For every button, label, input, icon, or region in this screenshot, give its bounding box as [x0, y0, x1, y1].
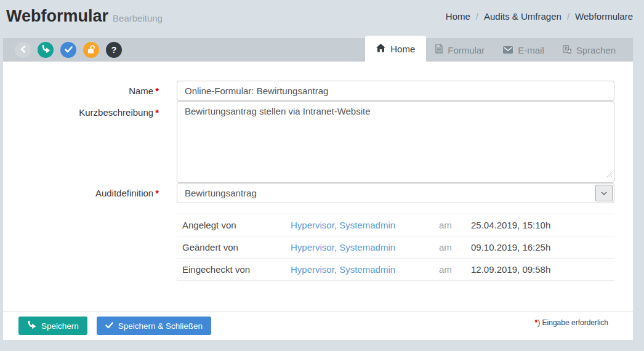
name-label: Name* [3, 86, 159, 96]
envelope-icon [503, 45, 513, 55]
tab-sprachen[interactable]: Sprachen [553, 38, 625, 62]
tab-formular-label: Formular [448, 45, 485, 55]
curved-arrow-icon [41, 45, 50, 55]
meta-date: 09.10.2019, 16:25h [471, 242, 550, 252]
document-icon [435, 44, 443, 55]
required-note-text: ) Eingabe erforderlich [537, 318, 608, 327]
footer-bar: Speichern Speichern & Schließen *) Einga… [3, 311, 633, 340]
save-toolbar-button[interactable] [38, 42, 54, 58]
required-asterisk: * [155, 107, 159, 118]
meta-am: am [439, 242, 471, 252]
page-title: WebformularBearbeitung [6, 7, 163, 26]
tab-home-label: Home [390, 44, 415, 54]
language-icon [563, 45, 571, 55]
required-asterisk: * [155, 86, 159, 96]
auditdefinition-selected-value: Bewirtungsantrag [185, 188, 257, 198]
meta-am: am [439, 264, 471, 275]
tab-home[interactable]: Home [365, 36, 426, 62]
chevron-down-icon[interactable] [595, 185, 613, 201]
home-icon [376, 44, 385, 54]
name-input[interactable] [177, 81, 614, 101]
curved-arrow-icon [27, 321, 36, 331]
breadcrumb-audits-umfragen[interactable]: Audits & Umfragen [484, 11, 561, 22]
tab-email[interactable]: E-mail [494, 38, 553, 62]
save-close-button-label: Speichern & Schließen [118, 321, 203, 331]
name-row: Name* [3, 81, 633, 101]
meta-row-geaendert: Geändert von Hypervisor, Systemadmin am … [177, 236, 614, 258]
meta-date: 12.09.2019, 09:58h [471, 264, 550, 275]
save-button-label: Speichern [41, 321, 79, 331]
tab-sprachen-label: Sprachen [576, 45, 616, 55]
unlock-icon [87, 45, 95, 55]
toolbar: ? Home Formular E-mail [3, 38, 633, 62]
breadcrumb-separator: / [476, 11, 478, 22]
save-close-button[interactable]: Speichern & Schließen [97, 317, 211, 335]
kurzbeschreibung-row: Kurzbeschreibung* Bewirtungsantrag stell… [3, 101, 633, 183]
meta-label: Geändert von [182, 242, 291, 252]
save-button[interactable]: Speichern [18, 317, 87, 335]
breadcrumb: Home / Audits & Umfragen / Webformulare [446, 11, 633, 22]
kurzbeschreibung-field: Bewirtungsantrag stellen via Intranet-We… [177, 101, 614, 183]
toolbar-buttons: ? [15, 42, 122, 58]
kurzbeschreibung-label: Kurzbeschreibung* [3, 101, 159, 118]
back-button[interactable] [15, 42, 31, 58]
question-mark-icon: ? [111, 45, 117, 55]
tab-bar: Home Formular E-mail Sprachen [365, 38, 625, 62]
auditdefinition-row: Auditdefinition* Bewirtungsantrag [3, 183, 633, 203]
page-subtitle: Bearbeitung [113, 13, 163, 23]
meta-date: 25.04.2019, 15:10h [471, 220, 550, 230]
meta-user-link[interactable]: Hypervisor, Systemadmin [291, 264, 439, 275]
check-icon [105, 321, 113, 331]
help-button[interactable]: ? [106, 42, 122, 58]
required-asterisk: * [155, 188, 159, 198]
meta-am: am [439, 220, 471, 230]
meta-label: Angelegt von [182, 220, 291, 230]
meta-row-angelegt: Angelegt von Hypervisor, Systemadmin am … [177, 214, 614, 236]
kurzbeschreibung-textarea[interactable]: Bewirtungsantrag stellen via Intranet-We… [177, 101, 614, 183]
main-card: ? Home Formular E-mail [3, 38, 633, 340]
tab-formular[interactable]: Formular [426, 38, 494, 62]
page-title-text: Webformular [6, 7, 108, 25]
chevron-left-icon [20, 46, 26, 55]
meta-row-eingecheckt: Eingecheckt von Hypervisor, Systemadmin … [177, 258, 614, 280]
breadcrumb-separator: / [567, 11, 570, 22]
tab-email-label: E-mail [518, 45, 544, 55]
auditdefinition-select[interactable]: Bewirtungsantrag [177, 183, 614, 203]
meta-label: Eingecheckt von [182, 264, 291, 275]
required-note: *) Eingabe erforderlich [533, 318, 608, 327]
page-header: WebformularBearbeitung Home / Audits & U… [0, 0, 644, 38]
breadcrumb-webformulare: Webformulare [575, 11, 633, 22]
meta-user-link[interactable]: Hypervisor, Systemadmin [291, 242, 439, 252]
auditdefinition-label: Auditdefinition* [3, 188, 159, 198]
form-panel: Name* Kurzbeschreibung* Bewirtungsantrag… [3, 62, 633, 311]
check-icon [65, 46, 73, 55]
confirm-toolbar-button[interactable] [60, 42, 76, 58]
breadcrumb-home[interactable]: Home [446, 11, 470, 22]
unlock-toolbar-button[interactable] [83, 42, 99, 58]
meta-user-link[interactable]: Hypervisor, Systemadmin [291, 220, 439, 230]
meta-table: Angelegt von Hypervisor, Systemadmin am … [177, 214, 614, 281]
